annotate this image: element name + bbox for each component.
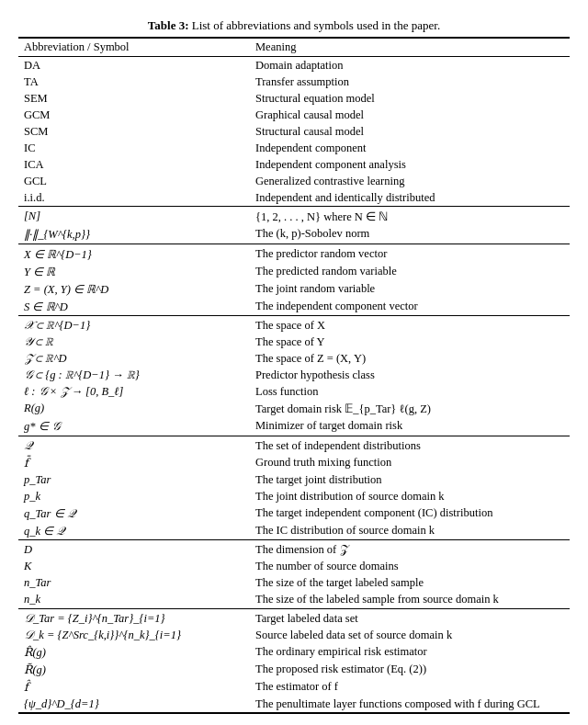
- meaning-cell: {1, 2, . . . , N} where N ∈ ℕ: [250, 207, 570, 226]
- table-row: DThe dimension of 𝒵: [18, 540, 570, 559]
- table-row: 𝒬The set of independent distributions: [18, 436, 570, 454]
- table-row: 𝒟_Tar = {Z_i}^{n_Tar}_{i=1}Target labele…: [18, 608, 570, 627]
- meaning-cell: Independent component analysis: [250, 156, 570, 173]
- table-title-text: List of abbreviations and symbols used i…: [188, 18, 440, 32]
- meaning-cell: The target independent component (IC) di…: [250, 504, 570, 522]
- table-row: 𝒵 ⊂ ℝ^DThe space of Z = (X, Y): [18, 351, 570, 368]
- meaning-cell: Structural causal model: [250, 123, 570, 140]
- table-row: S ∈ ℝ^DThe independent component vector: [18, 298, 570, 316]
- meaning-cell: The space of X: [250, 316, 570, 334]
- table-row: R̃(g)The proposed risk estimator (Eq. (2…: [18, 661, 570, 678]
- abbr-cell: GCL: [18, 173, 250, 189]
- meaning-cell: Graphical causal model: [250, 107, 570, 123]
- abbr-cell: 𝒟_Tar = {Z_i}^{n_Tar}_{i=1}: [18, 608, 250, 627]
- table-container: Table 3: List of abbreviations and symbo…: [18, 18, 570, 714]
- abbr-cell: g* ∈ 𝒢: [18, 418, 250, 436]
- table-row: g* ∈ 𝒢Minimizer of target domain risk: [18, 418, 570, 436]
- table-title-bold: Table 3:: [148, 18, 189, 32]
- abbr-cell: n_Tar: [18, 575, 250, 592]
- abbr-cell: SCM: [18, 123, 250, 140]
- table-row: TATransfer assumption: [18, 74, 570, 90]
- meaning-cell: The joint distribution of source domain …: [250, 488, 570, 504]
- table-row: 𝒴 ⊂ ℝThe space of Y: [18, 334, 570, 351]
- abbr-cell: {ψ_d}^D_{d=1}: [18, 696, 250, 713]
- meaning-cell: The proposed risk estimator (Eq. (2)): [250, 661, 570, 678]
- table-header-row: Abbreviation / Symbol Meaning: [18, 38, 570, 57]
- abbr-cell: R̃(g): [18, 661, 250, 678]
- abbr-cell: 𝒳 ⊂ ℝ^{D−1}: [18, 316, 250, 334]
- abbr-cell: K: [18, 559, 250, 575]
- table-row: [N]{1, 2, . . . , N} where N ∈ ℕ: [18, 207, 570, 226]
- abbr-cell: ‖·‖_{W^{k,p}}: [18, 226, 250, 244]
- abbr-cell: 𝒢 ⊂ {g : ℝ^{D−1} → ℝ}: [18, 368, 250, 384]
- abbr-cell: 𝒵 ⊂ ℝ^D: [18, 351, 250, 368]
- abbr-cell: q_Tar ∈ 𝒬: [18, 504, 250, 522]
- table-row: p_TarThe target joint distribution: [18, 471, 570, 488]
- meaning-cell: The IC distribution of source domain k: [250, 522, 570, 540]
- meaning-cell: The dimension of 𝒵: [250, 540, 570, 559]
- meaning-cell: The number of source domains: [250, 559, 570, 575]
- table-row: ℓ : 𝒢 × 𝒵 → [0, B_ℓ]Loss function: [18, 384, 570, 401]
- table-row: SCMStructural causal model: [18, 123, 570, 140]
- table-row: n_TarThe size of the target labeled samp…: [18, 575, 570, 592]
- table-row: SEMStructural equation model: [18, 90, 570, 107]
- meaning-cell: Structural equation model: [250, 90, 570, 107]
- abbr-cell: IC: [18, 140, 250, 156]
- table-row: f̄Ground truth mixing function: [18, 454, 570, 471]
- table-row: X ∈ ℝ^{D−1}The predictor random vector: [18, 244, 570, 263]
- table-row: Z = (X, Y) ∈ ℝ^DThe joint random variabl…: [18, 280, 570, 298]
- abbr-cell: Y ∈ ℝ: [18, 263, 250, 280]
- meaning-cell: Target labeled data set: [250, 608, 570, 627]
- table-row: R̂(g)The ordinary empirical risk estimat…: [18, 643, 570, 661]
- meaning-cell: Source labeled data set of source domain…: [250, 627, 570, 643]
- table-row: ICAIndependent component analysis: [18, 156, 570, 173]
- table-row: 𝒳 ⊂ ℝ^{D−1}The space of X: [18, 316, 570, 334]
- abbr-cell: D: [18, 540, 250, 559]
- abbr-cell: p_k: [18, 488, 250, 504]
- meaning-cell: The space of Z = (X, Y): [250, 351, 570, 368]
- abbr-cell: p_Tar: [18, 471, 250, 488]
- table-row: ‖·‖_{W^{k,p}}The (k, p)-Sobolev norm: [18, 226, 570, 244]
- table-row: q_Tar ∈ 𝒬The target independent componen…: [18, 504, 570, 522]
- col-abbr-header: Abbreviation / Symbol: [18, 38, 250, 57]
- abbr-cell: TA: [18, 74, 250, 90]
- abbr-cell: X ∈ ℝ^{D−1}: [18, 244, 250, 263]
- meaning-cell: Generalized contrastive learning: [250, 173, 570, 189]
- table-row: GCLGeneralized contrastive learning: [18, 173, 570, 189]
- table-row: DADomain adaptation: [18, 57, 570, 74]
- abbr-cell: R(g): [18, 401, 250, 418]
- abbr-cell: q_k ∈ 𝒬: [18, 522, 250, 540]
- meaning-cell: The penultimate layer functions composed…: [250, 696, 570, 713]
- meaning-cell: The target joint distribution: [250, 471, 570, 488]
- meaning-cell: The independent component vector: [250, 298, 570, 316]
- meaning-cell: Independent and identically distributed: [250, 189, 570, 207]
- table-row: p_kThe joint distribution of source doma…: [18, 488, 570, 504]
- abbr-cell: n_k: [18, 592, 250, 609]
- table-row: i.i.d.Independent and identically distri…: [18, 189, 570, 207]
- meaning-cell: Target domain risk 𝔼_{p_Tar} ℓ(g, Z): [250, 401, 570, 418]
- table-row: n_kThe size of the labeled sample from s…: [18, 592, 570, 609]
- table-row: q_k ∈ 𝒬The IC distribution of source dom…: [18, 522, 570, 540]
- abbr-cell: S ∈ ℝ^D: [18, 298, 250, 316]
- abbreviations-table: Abbreviation / Symbol Meaning DADomain a…: [18, 37, 570, 714]
- meaning-cell: The (k, p)-Sobolev norm: [250, 226, 570, 244]
- table-row: 𝒟_k = {Z^Src_{k,i}}^{n_k}_{i=1}Source la…: [18, 627, 570, 643]
- meaning-cell: The size of the target labeled sample: [250, 575, 570, 592]
- abbr-cell: SEM: [18, 90, 250, 107]
- meaning-cell: The predictor random vector: [250, 244, 570, 263]
- meaning-cell: The estimator of f: [250, 678, 570, 696]
- meaning-cell: Transfer assumption: [250, 74, 570, 90]
- table-row: ICIndependent component: [18, 140, 570, 156]
- meaning-cell: The predicted random variable: [250, 263, 570, 280]
- table-row: GCMGraphical causal model: [18, 107, 570, 123]
- meaning-cell: Predictor hypothesis class: [250, 368, 570, 384]
- table-title: Table 3: List of abbreviations and symbo…: [18, 18, 570, 33]
- abbr-cell: f̄: [18, 454, 250, 471]
- abbr-cell: GCM: [18, 107, 250, 123]
- meaning-cell: The size of the labeled sample from sour…: [250, 592, 570, 609]
- meaning-cell: The space of Y: [250, 334, 570, 351]
- table-row: KThe number of source domains: [18, 559, 570, 575]
- abbr-cell: Z = (X, Y) ∈ ℝ^D: [18, 280, 250, 298]
- abbr-cell: i.i.d.: [18, 189, 250, 207]
- abbr-cell: 𝒬: [18, 436, 250, 454]
